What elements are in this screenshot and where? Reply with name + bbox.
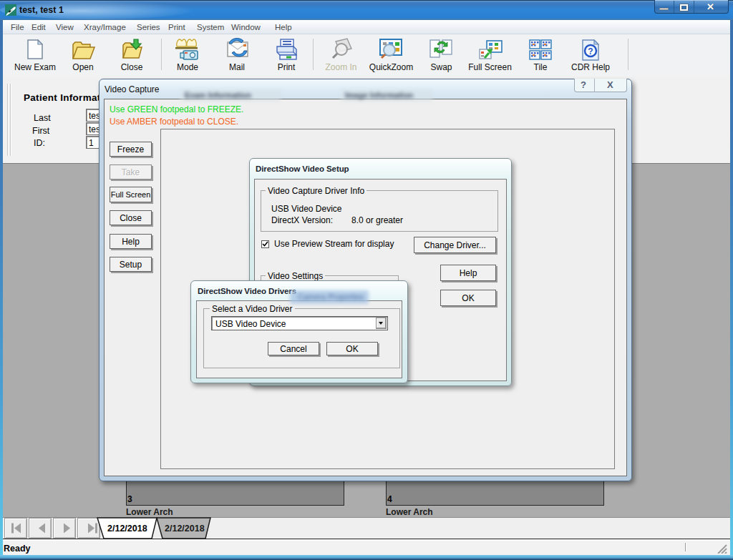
svg-text:?: ? bbox=[588, 46, 593, 57]
svg-text:2/12/2018: 2/12/2018 bbox=[165, 524, 205, 534]
svg-text:2/12/2018: 2/12/2018 bbox=[107, 524, 147, 534]
